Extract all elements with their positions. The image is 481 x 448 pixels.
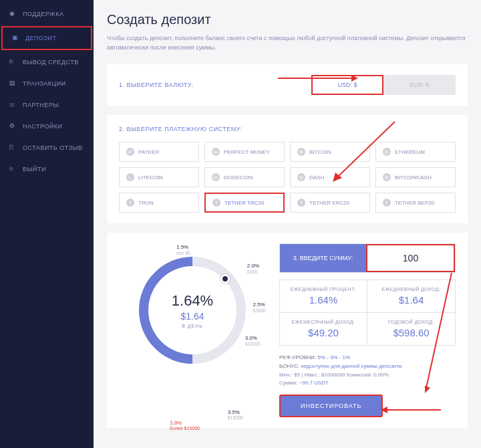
pay-bitcoin[interactable]: BBITCOIN (290, 142, 370, 162)
ltc-icon: L (126, 173, 134, 181)
gear-icon: ⚙ (9, 122, 17, 130)
gauge-amount: $1.64 (180, 311, 204, 322)
payeer-icon: P (126, 148, 134, 156)
pm-icon: M (212, 148, 220, 156)
amount-row: 3. ВВЕДИТЕ СУММУ: 100 (279, 243, 456, 273)
sidebar-item-partners[interactable]: ⚌ПАРТНЕРЫ (0, 94, 94, 116)
pay-bitcoincash[interactable]: BBITCOINCASH (375, 167, 456, 187)
transactions-icon: ▤ (9, 80, 17, 88)
annotation-arrow-icon (381, 405, 441, 416)
payment-grid: PPAYEER MPERFECT MONEY BBITCOIN EETHEREU… (119, 142, 456, 213)
pay-dogecoin[interactable]: DDOGECOIN (204, 167, 285, 187)
btc-icon: B (297, 148, 305, 156)
step2-label: 2. ВЫБЕРИТЕ ПЛАТЕЖНУЮ СИСТЕМУ: (119, 126, 456, 132)
tick-6: 3.8%более $15000 (170, 421, 200, 433)
headset-icon: ◉ (9, 10, 17, 18)
thumb-icon: ⍐ (9, 144, 17, 152)
trx-icon: T (126, 199, 134, 207)
pay-ethereum[interactable]: EETHEREUM (375, 142, 456, 162)
tick-1: 1.5%min $5 (176, 245, 190, 257)
gauge-per-day: В ДЕНЬ (182, 324, 203, 328)
pay-perfectmoney[interactable]: MPERFECT MONEY (204, 142, 285, 162)
currency-usd-button[interactable]: USD: $ (311, 75, 383, 95)
daily-pct-value: 1.64% (287, 294, 360, 306)
sidebar-item-support[interactable]: ◉ПОДДЕРЖКА (0, 3, 94, 25)
gauge: 1.64% $1.64 В ДЕНЬ 1.5%min $5 2.0%$300 2… (119, 243, 266, 417)
deposit-icon: ▣ (12, 34, 20, 42)
daily-pct-label: ЕЖЕДНЕВНЫЙ ПРОЦЕНТ: (287, 287, 360, 292)
gauge-ring[interactable]: 1.64% $1.64 В ДЕНЬ (139, 257, 246, 364)
dash-icon: D (297, 173, 305, 181)
step3-label: 3. ВВЕДИТЕ СУММУ: (280, 244, 366, 272)
svg-line-4 (426, 273, 452, 388)
doge-icon: D (212, 173, 220, 181)
step1-label: 1. ВЫБЕРИТЕ ВАЛЮТУ: (119, 82, 194, 88)
bch-icon: B (383, 173, 391, 181)
amount-input[interactable]: 100 (366, 244, 455, 272)
page-subtitle: Чтобы создать депозит, пополните баланс … (107, 34, 468, 52)
sidebar-item-review[interactable]: ⍐ОСТАВИТЬ ОТЗЫВ (0, 137, 94, 158)
sidebar-item-settings[interactable]: ⚙НАСТРОЙКИ (0, 116, 94, 137)
calculator-panel: 1.64% $1.64 В ДЕНЬ 1.5%min $5 2.0%$300 2… (107, 233, 468, 428)
monthly-value: $49.20 (287, 327, 360, 338)
pay-tron[interactable]: TTRON (119, 193, 199, 213)
tick-5: 3.5%$15000 (228, 410, 243, 422)
withdraw-icon: ⎘ (9, 58, 17, 66)
sidebar-item-deposit[interactable]: ▣ДЕПОЗИТ (1, 26, 92, 50)
tick-3: 2.5%$3000 (253, 302, 266, 314)
pay-dash[interactable]: DDASH (290, 167, 370, 187)
sidebar-item-withdraw[interactable]: ⎘ВЫВОД СРЕДСТВ (0, 51, 94, 73)
eth-icon: E (383, 148, 391, 156)
sidebar: ◉ПОДДЕРЖКА ▣ДЕПОЗИТ ⎘ВЫВОД СРЕДСТВ ▤ТРАН… (0, 0, 94, 448)
pay-tether-bep20[interactable]: TTETHER BEP20 (375, 193, 456, 213)
invest-button[interactable]: ИНВЕСТИРОВАТЬ (279, 395, 383, 417)
tick-4: 3.0%$10000 (245, 336, 261, 348)
logout-icon: ⎋ (9, 165, 17, 173)
annotation-arrow-icon (425, 273, 458, 395)
pay-payeer[interactable]: PPAYEER (119, 142, 199, 162)
partners-icon: ⚌ (9, 101, 17, 109)
pay-tether-trc20[interactable]: TTETHER TRC20 (204, 193, 285, 213)
calc-right: 3. ВВЕДИТЕ СУММУ: 100 ЕЖЕДНЕВНЫЙ ПРОЦЕНТ… (279, 243, 456, 417)
usdt-icon: T (383, 199, 391, 207)
pay-litecoin[interactable]: LLITECOIN (119, 167, 199, 187)
sidebar-item-logout[interactable]: ⎋ВЫЙТИ (0, 158, 94, 180)
sidebar-item-transactions[interactable]: ▤ТРАНЗАКЦИИ (0, 73, 94, 94)
tick-2: 2.0%$300 (247, 263, 259, 275)
page-title: Создать депозит (107, 12, 468, 27)
pay-tether-erc20[interactable]: TTETHER ERC20 (290, 193, 370, 213)
usdt-icon: T (297, 199, 305, 207)
currency-panel: 1. ВЫБЕРИТЕ ВАЛЮТУ: USD: $ EUR: € (107, 64, 468, 106)
gauge-percent: 1.64% (172, 292, 213, 310)
payment-panel: 2. ВЫБЕРИТЕ ПЛАТЕЖНУЮ СИСТЕМУ: PPAYEER M… (107, 115, 468, 223)
currency-eur-button[interactable]: EUR: € (383, 75, 456, 95)
svg-marker-7 (381, 407, 387, 413)
monthly-label: ЕЖЕМЕСЯЧНЫЙ ДОХОД: (287, 320, 360, 324)
svg-marker-5 (425, 385, 430, 393)
main-content: Создать депозит Чтобы создать депозит, п… (94, 0, 481, 448)
usdt-icon: T (212, 199, 220, 207)
